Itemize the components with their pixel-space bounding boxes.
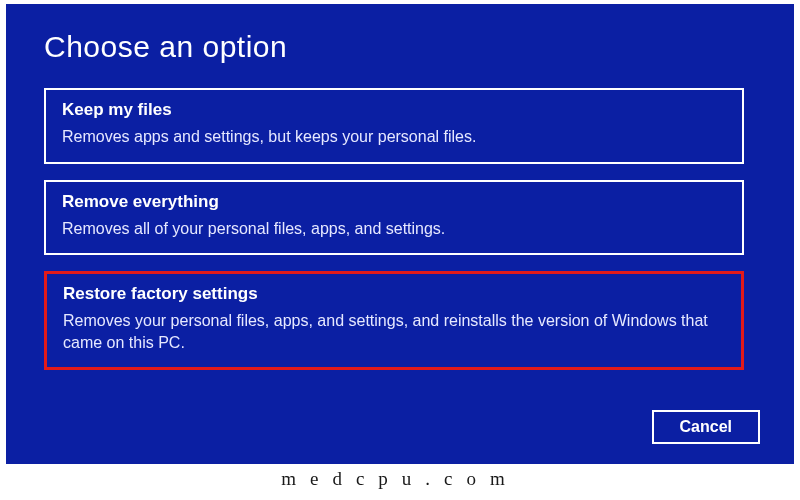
option-restore-factory-settings[interactable]: Restore factory settings Removes your pe… (44, 271, 744, 370)
option-title: Restore factory settings (63, 284, 725, 304)
option-description: Removes apps and settings, but keeps you… (62, 126, 726, 148)
option-description: Removes your personal files, apps, and s… (63, 310, 725, 353)
option-description: Removes all of your personal files, apps… (62, 218, 726, 240)
options-list: Keep my files Removes apps and settings,… (44, 88, 756, 370)
page-title: Choose an option (44, 30, 756, 64)
option-title: Keep my files (62, 100, 726, 120)
recovery-screen: Choose an option Keep my files Removes a… (6, 4, 794, 464)
watermark-text: medcpu.com (0, 468, 800, 490)
option-remove-everything[interactable]: Remove everything Removes all of your pe… (44, 180, 744, 256)
option-keep-my-files[interactable]: Keep my files Removes apps and settings,… (44, 88, 744, 164)
cancel-button[interactable]: Cancel (652, 410, 760, 444)
option-title: Remove everything (62, 192, 726, 212)
